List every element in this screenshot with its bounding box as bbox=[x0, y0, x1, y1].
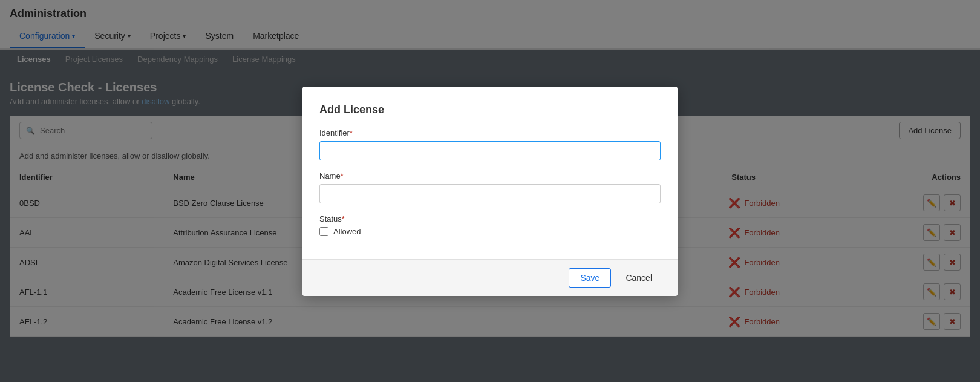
identifier-label: Identifier* bbox=[319, 128, 661, 137]
name-input[interactable] bbox=[319, 184, 661, 203]
add-license-modal: Add License Identifier* Name* Status* bbox=[302, 87, 678, 296]
allowed-label[interactable]: Allowed bbox=[333, 227, 361, 236]
status-label: Status* bbox=[319, 214, 661, 223]
cancel-button[interactable]: Cancel bbox=[617, 268, 661, 288]
modal-title: Add License bbox=[319, 104, 661, 116]
modal-overlay[interactable]: Add License Identifier* Name* Status* bbox=[0, 0, 980, 382]
main-content: License Check - Licenses Add and adminis… bbox=[0, 68, 980, 382]
identifier-input[interactable] bbox=[319, 141, 661, 160]
status-group: Status* Allowed bbox=[319, 214, 661, 236]
identifier-group: Identifier* bbox=[319, 128, 661, 160]
modal-body: Add License Identifier* Name* Status* bbox=[302, 87, 678, 259]
save-button[interactable]: Save bbox=[569, 268, 611, 288]
allowed-checkbox-group: Allowed bbox=[319, 227, 661, 236]
modal-footer: Save Cancel bbox=[302, 259, 678, 296]
allowed-checkbox[interactable] bbox=[319, 227, 328, 236]
name-label: Name* bbox=[319, 171, 661, 180]
name-group: Name* bbox=[319, 171, 661, 203]
